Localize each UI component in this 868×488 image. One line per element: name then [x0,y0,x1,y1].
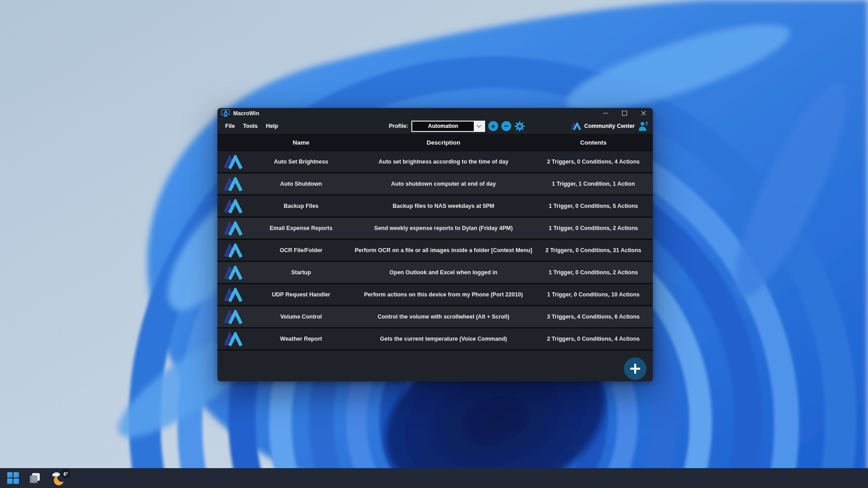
minimize-button[interactable] [596,108,615,118]
menu-tools[interactable]: Tools [239,121,262,131]
macro-name: Volume Control [249,314,353,320]
macro-name: Weather Report [249,336,353,342]
macro-logo-icon [224,244,242,258]
macro-contents: 3 Triggers, 4 Conditions, 6 Actions [534,314,653,320]
profile-selected-value: Automation [412,122,474,131]
minus-icon: − [504,122,509,130]
macro-list: Auto Set Brightness Auto set brightness … [217,151,653,351]
profile-label: Profile: [389,123,408,129]
macrowin-logo-icon [571,122,581,130]
macro-logo-icon [224,221,242,235]
window-footer [217,351,653,381]
macro-contents: 2 Triggers, 0 Conditions, 4 Actions [534,336,653,342]
combo-arrow-button[interactable] [474,122,484,131]
macro-contents: 2 Triggers, 0 Conditions, 31 Actions [534,247,653,253]
macro-description: Auto shutdown computer at end of day [353,181,534,187]
macro-logo-icon [224,332,242,346]
add-macro-button[interactable] [624,357,646,380]
maximize-button[interactable] [615,108,634,118]
header-description: Description [353,139,534,146]
macro-logo-icon [224,177,242,191]
plus-icon [629,363,641,375]
menu-help[interactable]: Help [262,121,282,131]
header-name: Name [249,139,353,146]
macro-contents: 1 Trigger, 0 Conditions, 2 Actions [534,225,653,231]
macro-description: Gets the current temperature (Voice Comm… [353,336,534,342]
task-view-icon [29,472,41,484]
title-bar: MacroWin [217,108,653,118]
macro-logo-icon [224,288,242,302]
macro-description: Control the volume with scrollwheel (Alt… [353,314,534,320]
plus-icon: + [491,122,495,130]
macro-logo-icon [224,199,242,213]
table-row[interactable]: Auto Set Brightness Auto set brightness … [217,151,653,174]
macrowin-window: MacroWin File Tools Help Profile: Automa… [217,108,653,381]
macro-description: Send weekly expense reports to Dylan (Fr… [353,225,534,231]
minimize-icon [603,113,608,113]
macro-name: UDP Request Handler [249,291,353,298]
community-center-label: Community Center [584,123,635,129]
macro-contents: 1 Trigger, 0 Conditions, 5 Actions [534,203,653,209]
macro-description: Backup files to NAS weekdays at 5PM [353,203,534,209]
community-center-link[interactable]: Community Center [571,118,649,134]
macro-logo-icon [224,155,242,169]
task-view-button[interactable] [29,472,41,484]
profile-select[interactable]: Automation [411,121,485,132]
macro-description: Perform OCR on a file or all images insi… [353,247,534,253]
add-profile-button[interactable]: + [488,121,498,131]
close-button[interactable] [634,108,653,118]
maximize-icon [622,111,627,116]
macro-name: Startup [249,269,353,276]
window-title: MacroWin [233,110,259,117]
macro-name: Backup FIles [249,203,353,209]
macro-contents: 1 Trigger, 0 Conditions, 10 Actions [534,291,653,298]
menu-file[interactable]: File [221,121,239,131]
header-contents: Contents [534,139,653,146]
table-row[interactable]: OCR File/Folder Perform OCR on a file or… [217,240,653,262]
macro-description: Perform actions on this device from my P… [353,291,534,298]
macro-description: Open Outlook and Excel when logged in [353,269,534,276]
table-row[interactable]: UDP Request Handler Perform actions on t… [217,284,653,306]
close-icon [641,111,646,116]
macro-contents: 1 Trigger, 0 Conditions, 2 Actions [534,269,653,276]
table-row[interactable]: Auto Shutdown Auto shutdown computer at … [217,174,653,196]
macro-name: Email Expense Reports [249,225,353,231]
table-row[interactable]: Startup Open Outlook and Excel when logg… [217,262,653,284]
weather-widget[interactable]: 6° [51,470,71,486]
remove-profile-button[interactable]: − [501,121,511,131]
weather-temperature-badge: 6° [61,469,71,479]
table-row[interactable]: Volume Control Control the volume with s… [217,306,653,328]
start-button[interactable] [7,472,19,484]
taskbar: 6° [0,468,868,488]
macro-description: Auto set brightness according to the tim… [353,159,534,165]
settings-gear-icon[interactable] [514,121,525,131]
macro-name: Auto Shutdown [249,181,353,187]
windows-logo-icon [7,472,19,484]
menu-bar: File Tools Help Profile: Automation + − [217,118,653,134]
table-row[interactable]: Weather Report Gets the current temperat… [217,328,653,351]
table-header: Name Description Contents [217,134,653,151]
macro-name: OCR File/Folder [249,247,353,253]
profile-group: Profile: Automation + − [389,118,525,134]
app-monitor-icon [221,109,230,117]
macro-contents: 2 Triggers, 0 Conditions, 4 Actions [534,159,653,165]
macro-logo-icon [224,266,242,280]
macro-name: Auto Set Brightness [249,159,353,165]
table-row[interactable]: Backup FIles Backup files to NAS weekday… [217,196,653,218]
community-user-icon[interactable] [638,121,649,132]
macro-contents: 1 Trigger, 1 Condition, 1 Action [534,181,653,187]
window-controls [596,108,653,118]
chevron-down-icon [476,125,481,128]
table-row[interactable]: Email Expense Reports Send weekly expens… [217,218,653,240]
macro-logo-icon [224,310,242,324]
